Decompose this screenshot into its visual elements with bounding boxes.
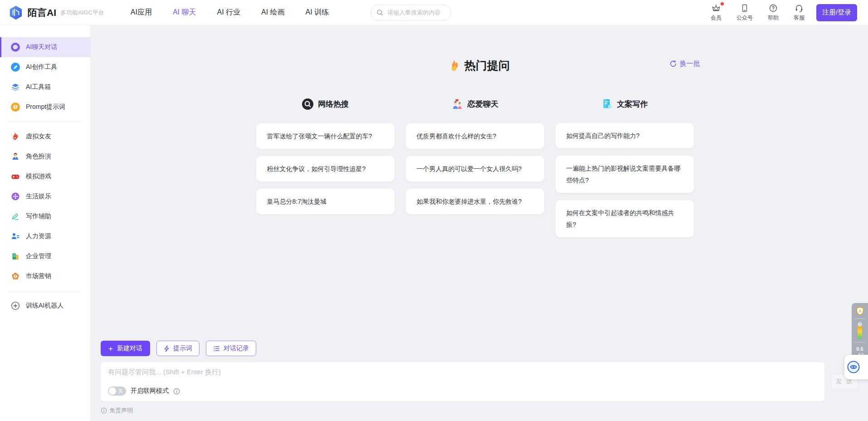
plus-circle-icon (11, 301, 20, 310)
refresh-icon (669, 60, 677, 68)
film-reel-icon (11, 192, 20, 201)
help-link[interactable]: 帮助 (768, 4, 779, 22)
brand-logo[interactable]: 陌言AI 多功能AIGC平台 (8, 5, 104, 20)
top-header: 陌言AI 多功能AIGC平台 AI应用 AI 聊天 AI 行业 AI 绘画 AI… (0, 0, 868, 25)
question-card[interactable]: 如何在文案中引起读者的共鸣和情感共振? (556, 200, 694, 237)
conversation-history-label: 对话记录 (224, 344, 249, 352)
sidebar-item-prompt-words[interactable]: Prompt提示词 (0, 97, 90, 117)
nav-item-ai-industry[interactable]: AI 行业 (217, 8, 240, 17)
message-input-box: 关 开启联网模式 (101, 362, 824, 401)
person-avatar-icon (11, 152, 20, 161)
question-card[interactable]: 一遍能上热门的影视解说文案需要具备哪些特点? (556, 156, 694, 193)
refresh-label: 换一批 (680, 59, 700, 68)
prompt-words-label: 提示词 (173, 344, 192, 352)
hot-questions-title: 热门提问 (449, 58, 510, 73)
composer-toolbar: + 新建对话 提示词 (101, 341, 858, 356)
sidebar-item-ai-creation-tools[interactable]: AI创作工具 (0, 57, 90, 77)
header-search[interactable] (371, 5, 451, 21)
badge-dollar-icon: $ (11, 272, 20, 281)
svg-text:HT: HT (14, 137, 16, 139)
column-hot-search: 网络热搜 雷军送给了张颂文一辆什么配置的车? 粉丝文化争议，如何引导理性追星? … (256, 98, 395, 237)
sidebar-item-ai-toolbox[interactable]: AI工具箱 (0, 77, 90, 97)
list-icon (213, 345, 220, 352)
sidebar-item-label: 模拟游戏 (26, 172, 51, 181)
toggle-state-label: 关 (118, 388, 123, 394)
sidebar-item-virtual-girlfriend[interactable]: HT 虚拟女友 (0, 127, 90, 147)
couple-heart-icon (451, 98, 463, 110)
nav-item-ai-chat[interactable]: AI 聊天 (173, 8, 196, 17)
layers-icon (11, 83, 20, 92)
phone-icon (740, 4, 749, 13)
member-link[interactable]: 会员 (711, 4, 722, 22)
info-icon[interactable] (173, 388, 180, 395)
toggle-knob (109, 387, 116, 395)
brand-subtitle: 多功能AIGC平台 (60, 9, 104, 17)
search-input[interactable] (386, 9, 445, 16)
question-card[interactable]: 一个男人真的可以爱一个女人很久吗? (406, 156, 544, 181)
plus-icon: + (108, 345, 113, 352)
monitor-slider-knob[interactable] (858, 322, 862, 327)
conversation-history-button[interactable]: 对话记录 (206, 341, 256, 356)
column-header: 网络热搜 (256, 98, 395, 110)
main-nav: AI应用 AI 聊天 AI 行业 AI 绘画 AI 训练 (131, 8, 329, 17)
shield-badge-number: 1 (859, 308, 861, 313)
nav-item-ai-drawing[interactable]: AI 绘画 (261, 8, 285, 17)
sidebar-item-simulation-game[interactable]: 模拟游戏 (0, 166, 90, 186)
help-label: 帮助 (768, 14, 779, 22)
question-card[interactable]: 如果我和你老婆掉进水里，你先救谁? (406, 189, 544, 214)
prompt-words-button[interactable]: 提示词 (156, 341, 200, 356)
gamepad-icon (11, 172, 20, 181)
login-register-button[interactable]: 注册/登录 (816, 4, 857, 21)
question-card[interactable]: 粉丝文化争议，如何引导理性追星? (256, 156, 395, 181)
sidebar-item-label: 角色扮演 (26, 152, 51, 161)
pencil-icon (11, 212, 20, 221)
nav-item-ai-apps[interactable]: AI应用 (131, 8, 152, 17)
sidebar-item-human-resources[interactable]: 人力资源 (0, 226, 90, 246)
prompt-bubble-icon (11, 103, 20, 112)
hot-flame-icon: HT (11, 132, 20, 141)
extension-logo-icon[interactable] (847, 361, 860, 373)
header-quick-links: 会员 公众号 帮助 (711, 4, 805, 22)
sidebar-divider (8, 291, 82, 291)
sidebar-item-role-play[interactable]: 角色扮演 (0, 147, 90, 166)
question-card[interactable]: 皇马总分8:7淘汰曼城 (256, 189, 395, 214)
lightning-icon (164, 345, 170, 352)
question-card[interactable]: 如何提高自己的写作能力? (556, 123, 694, 148)
new-conversation-button[interactable]: + 新建对话 (101, 341, 150, 356)
sidebar-item-label: 人力资源 (26, 232, 51, 240)
sidebar-item-life-entertainment[interactable]: 生活娱乐 (0, 186, 90, 206)
official-account-link[interactable]: 公众号 (736, 4, 753, 22)
question-card[interactable]: 优质男都喜欢什么样的女生? (406, 123, 544, 149)
column-title: 网络热搜 (318, 99, 349, 109)
network-mode-toggle[interactable]: 关 (108, 387, 126, 396)
sidebar-item-train-ai-bot[interactable]: 训练AI机器人 (0, 296, 90, 316)
sidebar-item-label: 写作辅助 (26, 212, 51, 220)
sidebar-item-label: 虚拟女友 (26, 132, 51, 141)
support-label: 客服 (794, 14, 805, 22)
refresh-batch-button[interactable]: 换一批 (667, 59, 703, 69)
sidebar-item-writing-assist[interactable]: 写作辅助 (0, 206, 90, 226)
message-input[interactable] (101, 362, 824, 387)
disclaimer-link[interactable]: 免责声明 (101, 406, 133, 415)
question-columns: 网络热搜 雷军送给了张颂文一辆什么配置的车? 粉丝文化争议，如何引导理性追星? … (256, 98, 703, 237)
sidebar-item-enterprise-management[interactable]: 训练AI机器人 企业管理 (0, 246, 90, 266)
question-card[interactable]: 雷军送给了张颂文一辆什么配置的车? (256, 123, 395, 149)
sidebar-item-marketing[interactable]: $ 市场营销 (0, 266, 90, 286)
flame-icon (449, 59, 459, 72)
notification-dot (721, 2, 724, 5)
brand-logo-icon (8, 5, 24, 20)
search-icon (376, 9, 383, 16)
nav-item-ai-training[interactable]: AI 训练 (306, 8, 329, 17)
people-list-icon (11, 232, 20, 241)
chat-composer: + 新建对话 提示词 (101, 341, 858, 415)
sidebar-item-label: Prompt提示词 (26, 103, 65, 111)
column-love-chat: 恋爱聊天 优质男都喜欢什么样的女生? 一个男人真的可以爱一个女人很久吗? 如果我… (406, 98, 544, 237)
headset-icon (795, 4, 804, 13)
crown-icon (712, 4, 721, 13)
column-copywriting: 文案写作 如何提高自己的写作能力? 一遍能上热门的影视解说文案需要具备哪些特点?… (556, 98, 694, 237)
sidebar-item-label: AI聊天对话 (26, 43, 57, 51)
column-title: 文案写作 (617, 99, 648, 109)
support-link[interactable]: 客服 (794, 4, 805, 22)
sidebar-item-label: 企业管理 (26, 252, 51, 260)
sidebar-item-ai-chat[interactable]: AI聊天对话 (0, 37, 90, 57)
